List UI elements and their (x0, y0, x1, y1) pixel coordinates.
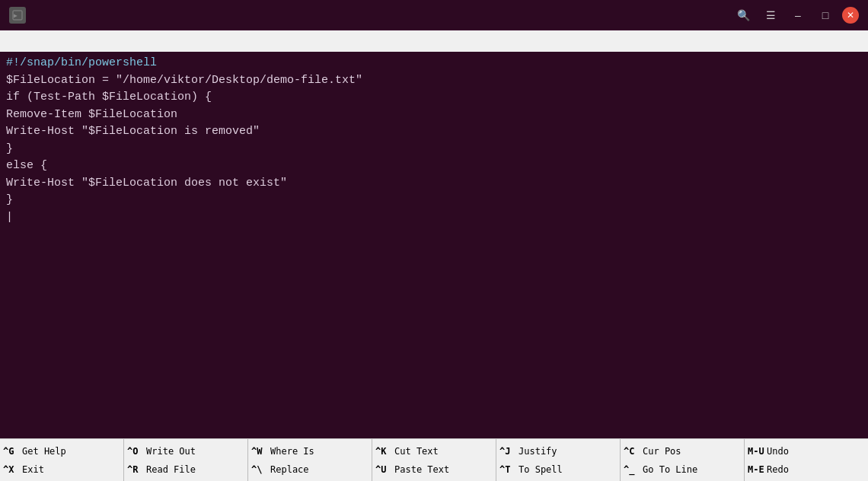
menu-button[interactable]: ☰ (760, 5, 781, 26)
shortcut-row: ^TTo Spell (499, 460, 617, 479)
shortcut-row: M-UUndo (748, 442, 865, 460)
shortcut-row: ^XExit (3, 460, 120, 479)
nano-header (0, 30, 868, 52)
shortcut-row: ^\Replace (251, 460, 369, 479)
shortcut-label: Get Help (22, 446, 66, 457)
shortcut-group[interactable]: M-UUndoM-ERedo (745, 439, 868, 481)
shortcut-label: Read File (146, 464, 196, 475)
shortcut-group[interactable]: ^CCur Pos^_Go To Line (621, 439, 745, 481)
editor-line (6, 209, 862, 227)
shortcut-label: Undo (767, 446, 789, 457)
shortcut-bar: ^GGet Help^XExit^OWrite Out^RRead File^W… (0, 438, 868, 481)
shortcut-group[interactable]: ^KCut Text^UPaste Text (372, 439, 496, 481)
editor-line: $FileLocation = "/home/viktor/Desktop/de… (6, 72, 862, 90)
shortcut-key: ^T (499, 464, 516, 475)
editor-area[interactable]: #!/snap/bin/powershell$FileLocation = "/… (0, 52, 868, 438)
editor-line: Remove-Item $FileLocation (6, 107, 862, 124)
shortcut-row: ^CCur Pos (624, 442, 741, 460)
maximize-button[interactable]: □ (815, 5, 836, 26)
shortcut-key: ^J (499, 446, 516, 457)
shortcut-row: ^UPaste Text (375, 460, 493, 479)
shortcut-row: ^JJustify (499, 442, 617, 460)
shortcut-group[interactable]: ^OWrite Out^RRead File (124, 439, 248, 481)
shortcut-group[interactable]: ^WWhere Is^\Replace (248, 439, 372, 481)
editor-line: } (6, 192, 862, 209)
svg-text:▶: ▶ (14, 12, 18, 19)
shortcut-key: ^G (3, 446, 20, 457)
shortcut-group[interactable]: ^GGet Help^XExit (0, 439, 124, 481)
terminal-icon: ▶ (9, 7, 26, 24)
shortcut-groups: ^GGet Help^XExit^OWrite Out^RRead File^W… (0, 439, 868, 481)
titlebar-left: ▶ (9, 7, 26, 24)
shortcut-label: Where Is (270, 446, 314, 457)
shortcut-key: ^_ (624, 464, 640, 475)
shortcut-label: Cur Pos (643, 446, 681, 457)
shortcut-row: ^KCut Text (375, 442, 493, 460)
minimize-button[interactable]: – (787, 5, 809, 26)
shortcut-key: ^R (127, 464, 144, 475)
shortcut-label: Redo (767, 464, 789, 475)
shortcut-key: ^\ (251, 464, 268, 475)
search-button[interactable]: 🔍 (732, 5, 754, 26)
editor-line: } (6, 141, 862, 158)
shortcut-row: ^RRead File (127, 460, 244, 479)
shortcut-row: ^GGet Help (3, 442, 120, 460)
editor-line: #!/snap/bin/powershell (6, 55, 862, 72)
shortcut-row: ^WWhere Is (251, 442, 369, 460)
shortcut-label: Cut Text (394, 446, 439, 457)
editor-lines: #!/snap/bin/powershell$FileLocation = "/… (6, 55, 862, 226)
shortcut-group[interactable]: ^JJustify^TTo Spell (496, 439, 621, 481)
titlebar-controls: 🔍 ☰ – □ ✕ (732, 5, 859, 26)
shortcut-key: M-U (748, 446, 764, 457)
shortcut-key: ^C (624, 446, 640, 457)
shortcut-label: Replace (270, 464, 309, 475)
shortcut-label: Write Out (146, 446, 196, 457)
shortcut-label: Justify (519, 446, 557, 457)
close-button[interactable]: ✕ (842, 7, 859, 24)
shortcut-row: ^OWrite Out (127, 442, 244, 460)
editor-line: Write-Host "$FileLocation does not exist… (6, 175, 862, 193)
shortcut-label: To Spell (519, 464, 563, 475)
shortcut-label: Exit (22, 464, 44, 475)
editor-line: else { (6, 158, 862, 175)
shortcut-key: ^U (375, 464, 392, 475)
editor-line: Write-Host "$FileLocation is removed" (6, 123, 862, 141)
shortcut-label: Go To Line (643, 464, 697, 475)
editor-line: if (Test-Path $FileLocation) { (6, 89, 862, 107)
shortcut-label: Paste Text (394, 464, 449, 475)
shortcut-key: ^K (375, 446, 392, 457)
titlebar: ▶ 🔍 ☰ – □ ✕ (0, 0, 868, 30)
shortcut-row: M-ERedo (748, 460, 865, 479)
shortcut-key: ^X (3, 464, 20, 475)
shortcut-key: ^W (251, 446, 268, 457)
shortcut-key: M-E (748, 464, 764, 475)
shortcut-row: ^_Go To Line (624, 460, 741, 479)
shortcut-key: ^O (127, 446, 144, 457)
